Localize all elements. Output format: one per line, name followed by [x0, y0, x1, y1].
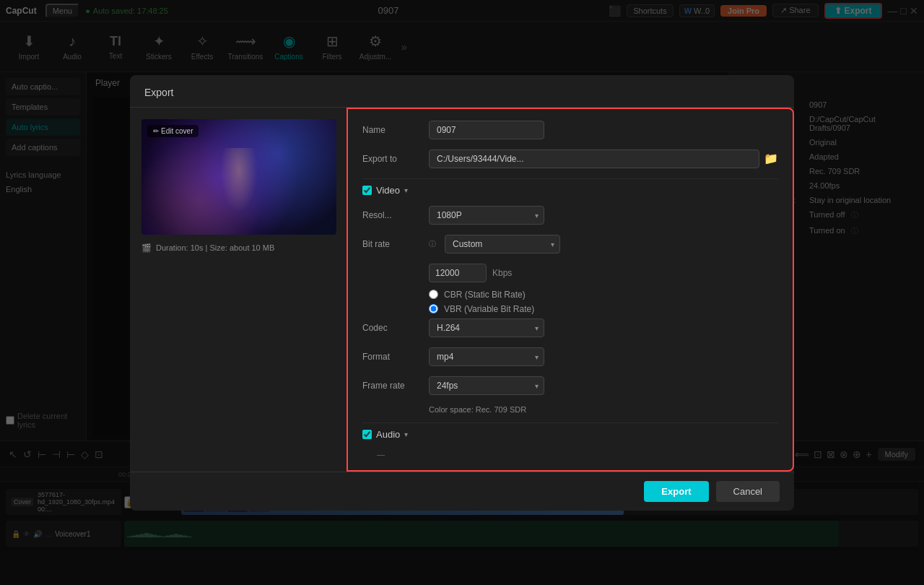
- audio-collapse-icon[interactable]: ▾: [404, 430, 408, 438]
- vbr-radio[interactable]: [429, 304, 438, 313]
- edit-cover-icon: ✏: [153, 127, 159, 135]
- cancel-button[interactable]: Cancel: [716, 481, 780, 502]
- bitrate-unit-label: Kbps: [492, 268, 512, 278]
- format-select[interactable]: mp4: [429, 347, 544, 366]
- dialog-title: Export: [144, 87, 173, 98]
- preview-image: ✏ Edit cover: [141, 119, 336, 235]
- audio-checkbox[interactable]: [362, 430, 372, 439]
- bitrate-value-input[interactable]: [429, 264, 487, 282]
- export-path-row: 📁: [429, 150, 778, 168]
- format-select-wrapper: mp4: [429, 347, 544, 366]
- color-space-info: Color space: Rec. 709 SDR: [362, 405, 778, 414]
- video-section-title: Video: [376, 185, 400, 196]
- codec-select-wrapper: H.264: [429, 318, 544, 337]
- export-dialog: Export ✏ Edit cover 🎬 Duration: 10s | Si…: [130, 75, 794, 511]
- form-separator: [362, 178, 778, 179]
- duration-size-info: Duration: 10s | Size: about 10 MB: [156, 243, 274, 252]
- bitrate-label: Bit rate: [362, 239, 420, 249]
- edit-cover-button[interactable]: ✏ Edit cover: [147, 125, 199, 137]
- dialog-body: ✏ Edit cover 🎬 Duration: 10s | Size: abo…: [130, 108, 794, 472]
- bitrate-input-row: Kbps: [362, 264, 778, 282]
- vbr-row: VBR (Variable Bit Rate): [362, 304, 778, 314]
- name-row: Name: [362, 121, 778, 139]
- codec-label: Codec: [362, 323, 420, 333]
- audio-separator: [362, 422, 778, 423]
- frame-rate-select-wrapper: 24fps: [429, 376, 544, 395]
- resolution-select-wrapper: 1080P: [429, 206, 544, 225]
- frame-rate-label: Frame rate: [362, 381, 420, 391]
- cbr-radio[interactable]: [429, 290, 438, 299]
- video-checkbox[interactable]: [362, 186, 372, 195]
- video-collapse-icon[interactable]: ▾: [404, 186, 408, 194]
- export-to-label: Export to: [362, 154, 420, 164]
- film-icon: 🎬: [141, 243, 152, 253]
- frame-rate-row: Frame rate 24fps: [362, 376, 778, 395]
- resolution-select[interactable]: 1080P: [429, 206, 544, 225]
- cbr-row: CBR (Static Bit Rate): [362, 290, 778, 300]
- resolution-label: Resol...: [362, 210, 420, 220]
- bitrate-select-wrapper: Custom: [445, 235, 560, 254]
- bitrate-select[interactable]: Custom: [445, 235, 560, 254]
- audio-placeholder: —: [362, 450, 778, 459]
- format-label: Format: [362, 352, 420, 362]
- audio-section-header: Audio ▾: [362, 429, 778, 440]
- vbr-label: VBR (Variable Bit Rate): [444, 304, 534, 314]
- codec-select[interactable]: H.264: [429, 318, 544, 337]
- folder-button[interactable]: 📁: [764, 152, 778, 165]
- resolution-row: Resol... 1080P: [362, 206, 778, 225]
- name-label: Name: [362, 125, 420, 135]
- export-to-row: Export to 📁: [362, 150, 778, 168]
- dialog-form: Name Export to 📁 Video ▾: [346, 108, 794, 472]
- performer-light: [217, 148, 261, 220]
- dialog-footer: Export Cancel: [130, 472, 794, 511]
- bitrate-row: Bit rate ⓘ Custom: [362, 235, 778, 254]
- codec-row: Codec H.264: [362, 318, 778, 337]
- dialog-preview: ✏ Edit cover 🎬 Duration: 10s | Size: abo…: [130, 108, 346, 472]
- name-input[interactable]: [429, 121, 544, 139]
- audio-section-title: Audio: [376, 429, 400, 440]
- bitrate-info-icon: ⓘ: [429, 239, 436, 249]
- export-path-input[interactable]: [429, 150, 759, 168]
- frame-rate-select[interactable]: 24fps: [429, 376, 544, 395]
- dialog-header: Export: [130, 75, 794, 108]
- export-button[interactable]: Export: [644, 481, 708, 502]
- preview-info: 🎬 Duration: 10s | Size: about 10 MB: [141, 243, 335, 253]
- cbr-label: CBR (Static Bit Rate): [444, 290, 526, 300]
- export-overlay: Export ✏ Edit cover 🎬 Duration: 10s | Si…: [0, 0, 924, 585]
- video-section-header: Video ▾: [362, 185, 778, 196]
- format-row: Format mp4: [362, 347, 778, 366]
